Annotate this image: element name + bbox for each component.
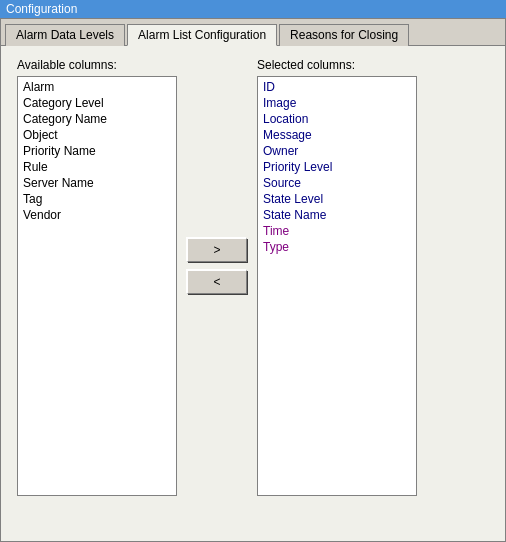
tab-alarm-data-levels[interactable]: Alarm Data Levels [5,24,125,46]
main-container: Alarm Data Levels Alarm List Configurati… [0,18,506,542]
list-item[interactable]: Owner [260,143,414,159]
list-item[interactable]: Time [260,223,414,239]
list-item[interactable]: Source [260,175,414,191]
transfer-buttons: > < [187,158,247,294]
move-right-button[interactable]: > [187,238,247,262]
available-columns-section: Available columns: Alarm Category Level … [17,58,177,496]
list-item[interactable]: Alarm [20,79,174,95]
list-item[interactable]: State Level [260,191,414,207]
list-item[interactable]: Message [260,127,414,143]
list-item[interactable]: Location [260,111,414,127]
list-item[interactable]: ID [260,79,414,95]
selected-columns-label: Selected columns: [257,58,417,72]
selected-columns-list[interactable]: ID Image Location Message Owner Priority… [257,76,417,496]
list-item[interactable]: Priority Level [260,159,414,175]
selected-columns-section: Selected columns: ID Image Location Mess… [257,58,417,496]
tab-bar: Alarm Data Levels Alarm List Configurati… [1,19,505,46]
content-area: Available columns: Alarm Category Level … [1,46,505,508]
list-item[interactable]: Category Level [20,95,174,111]
list-item[interactable]: Type [260,239,414,255]
list-item[interactable]: Server Name [20,175,174,191]
list-item[interactable]: Image [260,95,414,111]
tab-reasons-for-closing[interactable]: Reasons for Closing [279,24,409,46]
title-bar: Configuration [0,0,506,18]
list-item[interactable]: Rule [20,159,174,175]
tab-alarm-list-config[interactable]: Alarm List Configuration [127,24,277,46]
title-text: Configuration [6,2,77,16]
available-columns-list[interactable]: Alarm Category Level Category Name Objec… [17,76,177,496]
list-item[interactable]: Tag [20,191,174,207]
move-left-button[interactable]: < [187,270,247,294]
list-item[interactable]: Category Name [20,111,174,127]
list-item[interactable]: Priority Name [20,143,174,159]
list-item[interactable]: Object [20,127,174,143]
list-item[interactable]: State Name [260,207,414,223]
available-columns-label: Available columns: [17,58,177,72]
columns-row: Available columns: Alarm Category Level … [17,58,489,496]
list-item[interactable]: Vendor [20,207,174,223]
